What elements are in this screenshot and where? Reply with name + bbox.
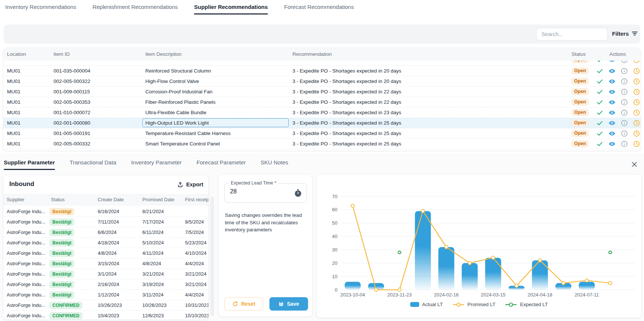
cell-supplier: AstroForge Indu... bbox=[7, 238, 48, 248]
approve-check-icon[interactable] bbox=[596, 119, 603, 127]
info-icon[interactable] bbox=[621, 130, 628, 137]
tab-label: Supplier Recommendations bbox=[194, 4, 268, 10]
status-badge: Bestätigt bbox=[49, 239, 74, 247]
help-text: Saving changes overrides the lead time o… bbox=[225, 212, 308, 234]
cell-create-date: 8/16/2024 bbox=[98, 206, 119, 217]
status-badge: Open bbox=[572, 130, 589, 137]
inbound-row[interactable]: AstroForge Indu...Bestätigt4/18/20245/10… bbox=[3, 238, 208, 248]
cell-item-id: 002-005-000322 bbox=[54, 76, 90, 87]
inbound-scrollbar[interactable] bbox=[210, 196, 214, 316]
tab-supplier-recommendations[interactable]: Supplier Recommendations bbox=[194, 4, 268, 14]
row-actions bbox=[596, 88, 640, 96]
reset-button[interactable]: Reset bbox=[224, 297, 263, 311]
table-row[interactable]: MU01001-035-000004Reinforced Structural … bbox=[3, 66, 641, 76]
cell-supplier: AstroForge Indu... bbox=[7, 311, 48, 320]
view-eye-icon[interactable] bbox=[608, 119, 616, 127]
table-row[interactable]: MU01002-001-000080High-Output LED Work L… bbox=[3, 118, 641, 128]
inbound-row[interactable]: AstroForge Indu...Bestätigt1/12/20243/11… bbox=[3, 290, 208, 300]
close-icon[interactable] bbox=[631, 161, 638, 168]
view-eye-icon[interactable] bbox=[608, 140, 616, 148]
info-icon[interactable] bbox=[621, 67, 628, 75]
cell-create-date: 2/16/2024 bbox=[98, 279, 119, 290]
approve-check-icon[interactable] bbox=[596, 130, 603, 137]
inbound-row[interactable]: AstroForge Indu...CONFIRMED10/4/202312/6… bbox=[3, 311, 208, 320]
info-icon[interactable] bbox=[621, 140, 628, 148]
snooze-clock-icon[interactable] bbox=[633, 88, 640, 96]
table-row[interactable]: MU01001-010-000072Ultra-Flexible Cable B… bbox=[3, 107, 641, 118]
save-button[interactable]: Save bbox=[269, 297, 308, 311]
export-icon bbox=[177, 181, 184, 188]
cell-location: MU01 bbox=[7, 107, 20, 118]
view-eye-icon[interactable] bbox=[608, 67, 616, 75]
filters-button[interactable]: Filters bbox=[612, 30, 638, 37]
field-label: Expected Lead Time * bbox=[229, 180, 278, 186]
snooze-clock-icon[interactable] bbox=[633, 61, 640, 64]
row-actions bbox=[596, 140, 640, 148]
approve-check-icon[interactable] bbox=[596, 61, 603, 64]
table-row[interactable]: MU01001-005-000191Temperature-Resistant … bbox=[3, 128, 641, 139]
inbound-row[interactable]: AstroForge Indu...Bestätigt4/8/20244/11/… bbox=[3, 248, 208, 259]
info-icon[interactable] bbox=[621, 119, 628, 127]
x-axis-label: 2024-03-15 bbox=[481, 292, 506, 298]
tab-supplier-parameter[interactable]: Supplier Parameter bbox=[4, 159, 55, 169]
info-icon[interactable] bbox=[621, 61, 628, 64]
info-icon[interactable] bbox=[621, 88, 628, 96]
tab-forecast-recommendations[interactable]: Forecast Recommendations bbox=[284, 4, 354, 14]
tab-inventory-recommendations[interactable]: Inventory Recommendations bbox=[5, 4, 76, 14]
approve-check-icon[interactable] bbox=[596, 67, 603, 75]
inbound-row[interactable]: AstroForge Indu...Bestätigt3/1/20243/21/… bbox=[3, 269, 208, 279]
cell-item-description: Ultra-Flexible Cable Bundle bbox=[145, 107, 206, 118]
tab-transactional-data[interactable]: Transactional Data bbox=[70, 159, 116, 169]
legend-item-expected-lt[interactable]: Expected LT bbox=[505, 302, 548, 307]
view-eye-icon[interactable] bbox=[608, 109, 616, 116]
view-eye-icon[interactable] bbox=[608, 88, 616, 96]
inbound-row[interactable]: AstroForge Indu...Bestätigt3/15/20244/8/… bbox=[3, 259, 208, 269]
inbound-row[interactable]: AstroForge Indu...Bestätigt2/16/20243/19… bbox=[3, 279, 208, 290]
info-icon[interactable] bbox=[621, 109, 628, 116]
search-input[interactable] bbox=[536, 28, 608, 41]
snooze-clock-icon[interactable] bbox=[633, 109, 640, 116]
approve-check-icon[interactable] bbox=[596, 78, 603, 85]
view-eye-icon[interactable] bbox=[608, 78, 616, 85]
snooze-clock-icon[interactable] bbox=[633, 99, 640, 106]
view-eye-icon[interactable] bbox=[608, 130, 616, 137]
approve-check-icon[interactable] bbox=[596, 88, 603, 96]
inbound-row[interactable]: AstroForge Indu...Bestätigt8/16/20248/21… bbox=[3, 206, 208, 217]
lead-time-input[interactable] bbox=[230, 188, 286, 195]
snooze-clock-icon[interactable] bbox=[633, 130, 640, 137]
inbound-row[interactable]: AstroForge Indu...Bestätigt7/11/20247/17… bbox=[3, 217, 208, 227]
view-eye-icon[interactable] bbox=[608, 61, 616, 64]
legend-item-actual-lt[interactable]: Actual LT bbox=[410, 302, 443, 307]
snooze-clock-icon[interactable] bbox=[633, 78, 640, 85]
tab-forecast-parameter[interactable]: Forecast Parameter bbox=[197, 159, 246, 169]
column-header-promised-date: Promised Date bbox=[142, 194, 174, 206]
bar-actual-lt bbox=[579, 282, 595, 290]
snooze-clock-icon[interactable] bbox=[633, 140, 640, 148]
table-row[interactable]: MU01002-005-000322High-Flow Control Valv… bbox=[3, 76, 641, 87]
legend-item-promised-lt[interactable]: Promised LT bbox=[453, 302, 496, 307]
point-promised-lt bbox=[538, 259, 542, 262]
table-row-partial[interactable]: Open bbox=[3, 61, 641, 66]
table-row[interactable]: MU01002-005-000332Smart Temperature Cont… bbox=[3, 139, 641, 149]
info-icon[interactable] bbox=[621, 99, 628, 106]
inbound-row[interactable]: AstroForge Indu...Bestätigt6/6/20246/11/… bbox=[3, 227, 208, 238]
tab-sku-notes[interactable]: SKU Notes bbox=[260, 159, 288, 169]
cell-location: MU01 bbox=[7, 97, 20, 107]
detail-tab-bar: Supplier ParameterTransactional DataInve… bbox=[4, 159, 288, 169]
tab-inventory-parameter[interactable]: Inventory Parameter bbox=[131, 159, 182, 169]
snooze-clock-icon[interactable] bbox=[633, 67, 640, 75]
inbound-row[interactable]: AstroForge Indu...CONFIRMED10/26/202310/… bbox=[3, 300, 208, 311]
view-eye-icon[interactable] bbox=[608, 99, 616, 106]
approve-check-icon[interactable] bbox=[596, 99, 603, 106]
y-axis-label: 60 bbox=[332, 207, 337, 212]
tab-replenishment-recommendations[interactable]: Replenishment Recommendations bbox=[93, 4, 178, 14]
table-row[interactable]: MU01001-009-000115Corrosion-Proof Indust… bbox=[3, 87, 641, 97]
status-badge: Open bbox=[572, 61, 589, 63]
info-icon[interactable] bbox=[621, 78, 628, 85]
export-button[interactable]: Export bbox=[177, 181, 203, 188]
y-axis-label: 50 bbox=[332, 220, 337, 226]
approve-check-icon[interactable] bbox=[596, 109, 603, 116]
snooze-clock-icon[interactable] bbox=[633, 119, 640, 127]
approve-check-icon[interactable] bbox=[596, 140, 603, 148]
table-row[interactable]: MU01002-005-000353Fiber-Reinforced Plast… bbox=[3, 97, 641, 107]
